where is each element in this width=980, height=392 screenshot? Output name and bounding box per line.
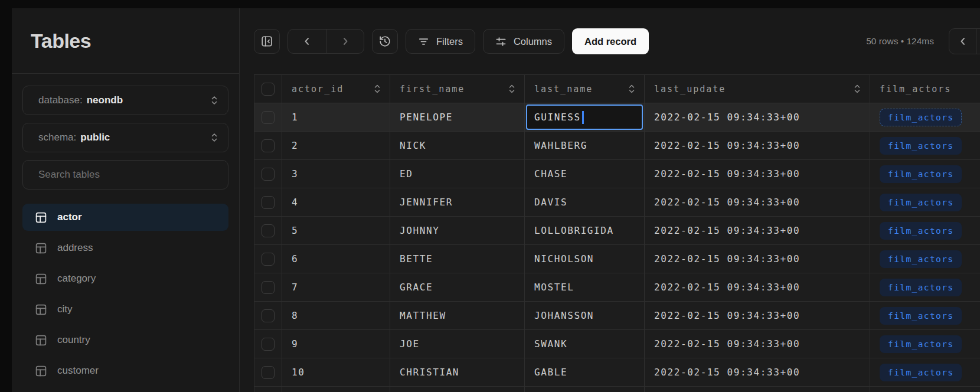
sort-icon[interactable] [373,84,381,94]
cell-last-update[interactable]: 2022-02-15 09:34:33+00 [645,358,870,387]
cell-actor-id[interactable] [282,387,390,392]
expand-right-pane-button[interactable] [976,29,980,54]
cell-last-name[interactable]: GUINESS [525,103,645,132]
row-checkbox[interactable] [262,224,275,237]
columns-button[interactable]: Columns [483,29,564,54]
cell-first-name[interactable] [390,387,525,392]
cell-last-update[interactable]: 2022-02-15 09:34:33+00 [645,188,870,217]
cell-actor-id[interactable]: 10 [282,358,390,387]
cell-first-name[interactable]: PENELOPE [390,103,525,132]
cell-last-name[interactable]: DAVIS [525,188,645,217]
row-checkbox[interactable] [262,281,275,294]
row-checkbox[interactable] [262,139,275,152]
sidebar-item-city[interactable]: city [22,296,228,323]
film-actors-badge[interactable]: film_actors [880,364,962,381]
cell-last-update[interactable]: 2022-02-15 09:34:33+00 [645,103,870,132]
row-checkbox[interactable] [262,366,275,379]
history-button[interactable] [372,29,398,54]
cell-last-name[interactable]: JOHANSSON [525,302,645,330]
row-checkbox[interactable] [262,111,275,124]
row-checkbox[interactable] [262,253,275,266]
sidebar-item-address[interactable]: address [22,234,228,262]
cell-last-update[interactable]: 2022-02-15 09:34:33+00 [645,330,870,358]
film-actors-badge[interactable]: film_actors [880,165,962,183]
sidebar: Tables database: neondb schema: public [12,8,240,392]
column-header-film-actors[interactable]: film_actors [870,75,980,103]
column-header-actor-id[interactable]: actor_id [282,75,390,103]
sort-icon[interactable] [628,84,636,94]
film-actors-badge[interactable]: film_actors [880,250,962,268]
cell-actor-id[interactable]: 8 [282,302,390,330]
cell-last-name[interactable]: MOSTEL [525,273,645,302]
film-actors-badge[interactable]: film_actors [880,222,962,240]
add-record-button[interactable]: Add record [572,28,649,54]
cell-first-name[interactable]: MATTHEW [390,302,525,330]
database-select[interactable]: database: neondb [22,86,228,115]
sidebar-item-country[interactable]: country [22,326,228,354]
cell-first-name[interactable]: BETTE [390,245,525,273]
sidebar-item-category[interactable]: category [22,265,228,292]
cell-first-name[interactable]: ED [390,160,525,188]
sidebar-item-actor[interactable]: actor [22,204,228,231]
collapse-sidebar-button[interactable] [254,29,280,54]
sidebar-item-label: customer [57,365,99,377]
film-actors-badge[interactable]: film_actors [880,137,962,155]
cell-first-name[interactable]: JOE [390,330,525,358]
cell-last-update[interactable]: 2022-02-15 09:34:33+00 [645,217,870,245]
previous-page-button[interactable] [288,30,326,53]
cell-last-update[interactable]: 2022-02-15 09:34:33+00 [645,160,870,188]
schema-select-label: schema: [38,132,76,143]
app-window: Tables database: neondb schema: public [12,8,980,392]
column-header-last-name[interactable]: last_name [525,75,645,103]
column-header-first-name[interactable]: first_name [390,75,525,103]
film-actors-badge[interactable]: film_actors [880,335,962,353]
cell-last-update[interactable]: 2022-02-15 09:34:33+00 [645,245,870,273]
cell-last-name[interactable]: LOLLOBRIGIDA [525,217,645,245]
row-checkbox[interactable] [262,338,275,351]
filters-button[interactable]: Filters [406,29,475,54]
cell-last-name[interactable]: GABLE [525,358,645,387]
cell-actor-id[interactable]: 1 [282,103,390,132]
cell-first-name[interactable]: CHRISTIAN [390,358,525,387]
film-actors-badge[interactable]: film_actors [880,194,962,211]
collapse-right-pane-button[interactable] [949,29,976,54]
cell-last-update[interactable]: 2022-02-15 09:34:33+00 [645,132,870,160]
sort-icon[interactable] [508,84,516,94]
cell-editor[interactable]: GUINESS [526,104,643,130]
cell-last-name[interactable]: WAHLBERG [525,132,645,160]
cell-last-update[interactable]: 2022-02-15 09:34:33+00 [645,273,870,302]
film-actors-badge[interactable]: film_actors [880,279,962,296]
cell-last-update[interactable]: 2022-02-15 09:34:33+00 [645,302,870,330]
film-actors-badge[interactable]: film_actors [880,307,962,325]
sort-icon[interactable] [853,84,861,94]
cell-actor-id[interactable]: 2 [282,132,390,160]
cell-last-name[interactable]: NICHOLSON [525,245,645,273]
cell-first-name[interactable]: GRACE [390,273,525,302]
cell-last-name[interactable]: CHASE [525,160,645,188]
row-checkbox[interactable] [262,168,275,181]
film-actors-badge[interactable]: film_actors [880,109,962,126]
cell-first-name[interactable]: JENNIFER [390,188,525,217]
row-checkbox[interactable] [262,196,275,209]
cell-first-name[interactable]: NICK [390,132,525,160]
cell-actor-id[interactable]: 6 [282,245,390,273]
table-icon [35,303,47,316]
schema-select[interactable]: schema: public [22,123,228,152]
column-header-last-update[interactable]: last_update [645,75,870,103]
search-tables-input[interactable] [23,161,228,189]
cell-film-actors [870,387,980,392]
cell-last-name[interactable] [525,387,645,392]
row-checkbox[interactable] [262,309,275,322]
cell-last-name[interactable]: SWANK [525,330,645,358]
cell-film-actors: film_actors [870,358,980,387]
sidebar-item-customer[interactable]: customer [22,357,228,384]
cell-actor-id[interactable]: 4 [282,188,390,217]
select-all-checkbox[interactable] [262,83,275,96]
cell-last-update[interactable] [645,387,870,392]
next-page-button[interactable] [326,30,364,53]
cell-actor-id[interactable]: 3 [282,160,390,188]
cell-first-name[interactable]: JOHNNY [390,217,525,245]
cell-actor-id[interactable]: 5 [282,217,390,245]
cell-actor-id[interactable]: 9 [282,330,390,358]
cell-actor-id[interactable]: 7 [282,273,390,302]
